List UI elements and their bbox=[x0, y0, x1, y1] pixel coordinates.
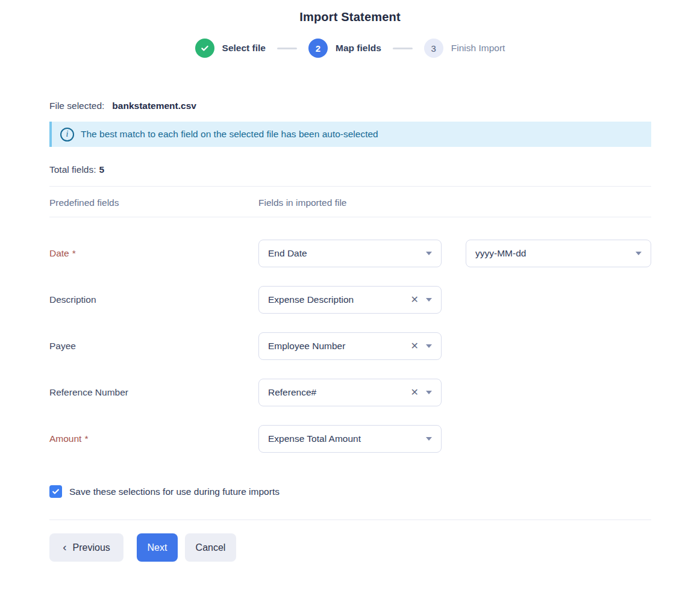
chevron-down-icon bbox=[426, 391, 432, 394]
page-title: Import Statement bbox=[0, 0, 700, 24]
info-banner-text: The best match to each field on the sele… bbox=[81, 129, 378, 140]
cancel-button[interactable]: Cancel bbox=[185, 533, 236, 562]
field-row-amount: Amount* Expense Total Amount bbox=[49, 425, 651, 453]
step-finish-import: 3 Finish Import bbox=[424, 39, 505, 58]
imported-fields-header: Fields in imported file bbox=[258, 197, 346, 208]
save-selections-checkbox[interactable] bbox=[49, 485, 62, 498]
action-buttons: ‹ Previous Next Cancel bbox=[49, 533, 651, 562]
predefined-field-label: Description bbox=[49, 294, 258, 305]
step-select-file: Select file bbox=[195, 39, 266, 58]
step-label: Select file bbox=[222, 43, 266, 54]
file-selected-label: File selected: bbox=[49, 101, 104, 111]
field-row-date: Date* End Date yyyy-MM-dd bbox=[49, 240, 651, 267]
amount-field-select[interactable]: Expense Total Amount bbox=[258, 425, 442, 453]
predefined-field-label: Amount* bbox=[49, 433, 258, 444]
clear-selection-icon[interactable]: ✕ bbox=[411, 388, 419, 397]
total-fields: Total fields:5 bbox=[49, 164, 651, 175]
clear-selection-icon[interactable]: ✕ bbox=[411, 341, 419, 351]
field-row-reference-number: Reference Number Reference# ✕ bbox=[49, 379, 651, 406]
chevron-down-icon bbox=[426, 252, 432, 255]
save-selections-row: Save these selections for use during fut… bbox=[49, 485, 651, 498]
predefined-fields-header: Predefined fields bbox=[49, 197, 258, 208]
step-connector bbox=[393, 48, 413, 49]
divider bbox=[49, 520, 651, 520]
divider bbox=[49, 186, 651, 187]
save-selections-label: Save these selections for use during fut… bbox=[69, 486, 280, 497]
required-asterisk: * bbox=[72, 248, 76, 258]
chevron-down-icon bbox=[426, 298, 432, 302]
divider bbox=[49, 217, 651, 217]
predefined-field-label: Payee bbox=[49, 341, 258, 352]
previous-button[interactable]: ‹ Previous bbox=[49, 533, 123, 562]
field-row-payee: Payee Employee Number ✕ bbox=[49, 332, 651, 360]
field-row-description: Description Expense Description ✕ bbox=[49, 286, 651, 314]
predefined-field-label: Date* bbox=[49, 248, 258, 259]
column-headers: Predefined fields Fields in imported fil… bbox=[49, 197, 651, 208]
description-field-select[interactable]: Expense Description ✕ bbox=[258, 286, 442, 314]
reference-number-field-select[interactable]: Reference# ✕ bbox=[258, 379, 442, 406]
chevron-down-icon bbox=[426, 437, 432, 441]
date-format-select[interactable]: yyyy-MM-dd bbox=[466, 240, 651, 267]
selected-file-name: bankstatement.csv bbox=[112, 101, 196, 111]
step-complete-check-icon bbox=[195, 39, 214, 58]
date-field-select[interactable]: End Date bbox=[258, 240, 442, 267]
step-label: Map fields bbox=[336, 43, 381, 54]
step-connector bbox=[277, 48, 297, 49]
info-banner: i The best match to each field on the se… bbox=[49, 122, 651, 147]
chevron-left-icon: ‹ bbox=[63, 541, 66, 554]
step-number-badge: 3 bbox=[424, 39, 443, 58]
clear-selection-icon[interactable]: ✕ bbox=[411, 295, 419, 305]
total-fields-label: Total fields: bbox=[49, 164, 96, 175]
total-fields-value: 5 bbox=[99, 164, 105, 175]
predefined-field-label: Reference Number bbox=[49, 387, 258, 398]
checkbox-check-icon bbox=[52, 488, 60, 495]
import-stepper: Select file 2 Map fields 3 Finish Import bbox=[0, 39, 700, 58]
next-button[interactable]: Next bbox=[137, 533, 178, 562]
info-icon: i bbox=[60, 128, 74, 141]
required-asterisk: * bbox=[84, 433, 88, 444]
payee-field-select[interactable]: Employee Number ✕ bbox=[258, 332, 442, 360]
file-selected-row: File selected: bankstatement.csv bbox=[49, 101, 651, 111]
step-number-badge: 2 bbox=[308, 39, 328, 58]
chevron-down-icon bbox=[636, 252, 642, 255]
chevron-down-icon bbox=[426, 344, 432, 348]
step-map-fields: 2 Map fields bbox=[308, 39, 381, 58]
step-label: Finish Import bbox=[451, 43, 505, 54]
